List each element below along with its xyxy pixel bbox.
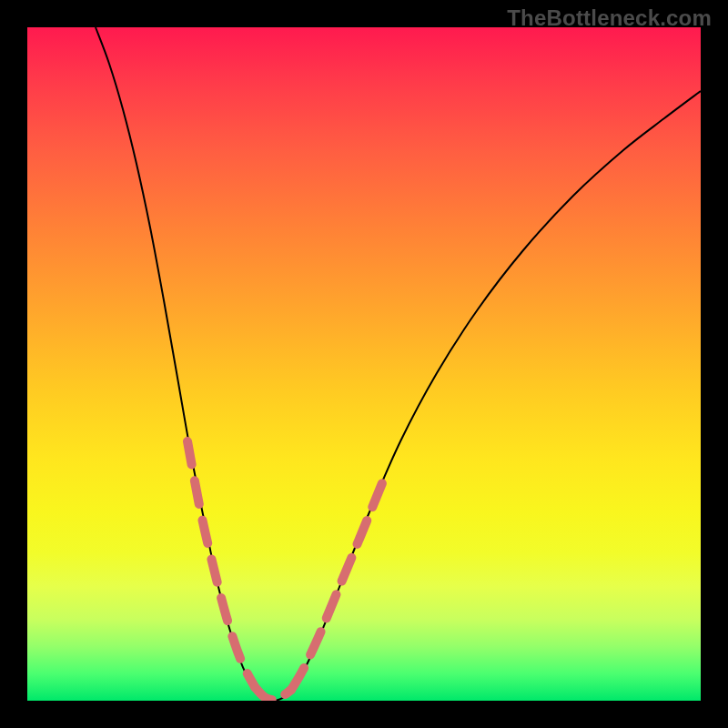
plot-area bbox=[27, 27, 701, 701]
chart-svg bbox=[27, 27, 701, 701]
curve-dash-left bbox=[187, 441, 255, 687]
curve-dash-right bbox=[291, 479, 384, 690]
curve-main bbox=[96, 27, 701, 701]
watermark-text: TheBottleneck.com bbox=[507, 5, 712, 31]
curve-dash-bottom bbox=[255, 687, 291, 700]
chart-frame: TheBottleneck.com bbox=[0, 0, 728, 728]
